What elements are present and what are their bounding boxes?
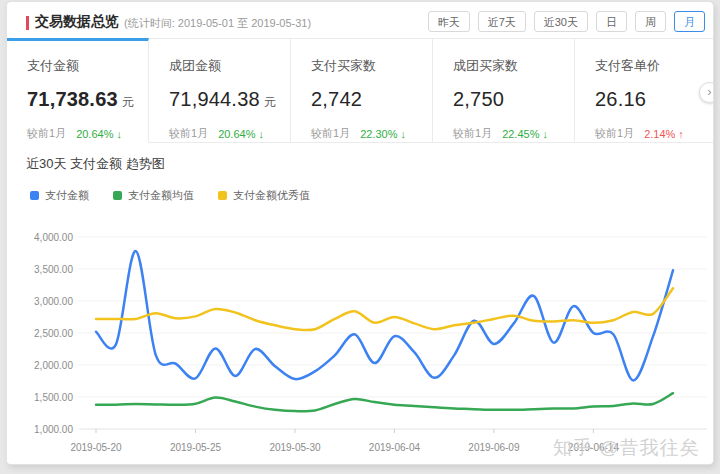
metric-label: 成团金额 <box>169 57 290 75</box>
metric-unit: 元 <box>122 95 134 109</box>
metric-compare: 较前1月22.30%↓ <box>311 126 432 141</box>
svg-text:2,500.00: 2,500.00 <box>34 328 73 339</box>
trend-arrow-icon: ↓ <box>116 128 122 140</box>
metric-card-group-amount[interactable]: 成团金额 71,944.38元 较前1月20.64%↓ <box>149 38 291 143</box>
metric-unit: 元 <box>264 95 276 109</box>
range-button-day[interactable]: 日 <box>596 11 627 32</box>
metric-card-avg-order-value[interactable]: 支付客单价 26.16 较前1月2.14%↑ <box>575 38 714 143</box>
metric-compare: 较前1月22.45%↓ <box>453 126 574 141</box>
metric-compare: 较前1月20.64%↓ <box>27 126 148 141</box>
metric-label: 支付客单价 <box>595 57 714 75</box>
metric-card-pay-buyers[interactable]: 支付买家数 2,742 较前1月22.30%↓ <box>291 38 433 143</box>
range-button-last7days[interactable]: 近7天 <box>478 11 526 32</box>
trend-chart-section: 近30天 支付金额 趋势图 支付金额支付金额均值支付金额优秀值 1,000.00… <box>7 143 713 464</box>
stat-time-range: (统计时间: 2019-05-01 至 2019-05-31) <box>124 16 311 31</box>
trend-line-chart: 1,000.001,500.002,000.002,500.003,000.00… <box>7 143 714 465</box>
metric-value: 71,944.38元 <box>169 88 290 111</box>
svg-text:2019-06-04: 2019-06-04 <box>369 442 421 453</box>
header: 交易数据总览 (统计时间: 2019-05-01 至 2019-05-31) 昨… <box>7 2 713 38</box>
metric-card-pay-amount[interactable]: 支付金额 71,738.63元 较前1月20.64%↓ <box>7 38 149 143</box>
title-accent-bar <box>26 16 29 30</box>
range-button-yesterday[interactable]: 昨天 <box>428 11 470 32</box>
trend-arrow-icon: ↓ <box>542 128 548 140</box>
range-button-last30days[interactable]: 近30天 <box>534 11 588 32</box>
dashboard-panel: 交易数据总览 (统计时间: 2019-05-01 至 2019-05-31) 昨… <box>6 1 714 465</box>
svg-text:2,000.00: 2,000.00 <box>34 360 73 371</box>
svg-text:2019-05-20: 2019-05-20 <box>70 442 122 453</box>
metric-value: 26.16 <box>595 88 714 111</box>
axis-labels: 1,000.001,500.002,000.002,500.003,000.00… <box>34 232 619 454</box>
metric-label: 支付金额 <box>27 57 148 75</box>
svg-text:1,000.00: 1,000.00 <box>34 424 73 435</box>
svg-text:3,000.00: 3,000.00 <box>34 296 73 307</box>
metric-label: 成团买家数 <box>453 57 574 75</box>
metric-cards-row: 支付金额 71,738.63元 较前1月20.64%↓ 成团金额 71,944.… <box>7 38 713 143</box>
trend-arrow-icon: ↓ <box>258 128 264 140</box>
next-cards-button[interactable]: › <box>699 82 714 103</box>
metric-value: 71,738.63元 <box>27 88 148 111</box>
range-button-group: 昨天 近7天 近30天 日 周 月 <box>428 11 705 32</box>
metric-label: 支付买家数 <box>311 57 432 75</box>
range-button-week[interactable]: 周 <box>635 11 666 32</box>
metric-card-group-buyers[interactable]: 成团买家数 2,750 较前1月22.45%↓ <box>433 38 575 143</box>
watermark: 知乎 @昔我往矣 <box>553 435 700 461</box>
svg-text:4,000.00: 4,000.00 <box>34 232 73 243</box>
svg-text:1,500.00: 1,500.00 <box>34 392 73 403</box>
svg-text:2019-06-09: 2019-06-09 <box>468 442 520 453</box>
range-button-month[interactable]: 月 <box>674 11 705 32</box>
svg-text:3,500.00: 3,500.00 <box>34 264 73 275</box>
series-line-支付金额 <box>96 251 673 380</box>
trend-arrow-icon: ↓ <box>400 128 406 140</box>
svg-text:2019-05-30: 2019-05-30 <box>269 442 321 453</box>
page-title: 交易数据总览 <box>35 13 119 31</box>
svg-text:2019-05-25: 2019-05-25 <box>170 442 222 453</box>
trend-arrow-icon: ↑ <box>678 128 684 140</box>
metric-value: 2,742 <box>311 88 432 111</box>
metric-compare: 较前1月2.14%↑ <box>595 126 714 141</box>
metric-value: 2,750 <box>453 88 574 111</box>
metric-compare: 较前1月20.64%↓ <box>169 126 290 141</box>
series-line-支付金额均值 <box>96 393 673 411</box>
